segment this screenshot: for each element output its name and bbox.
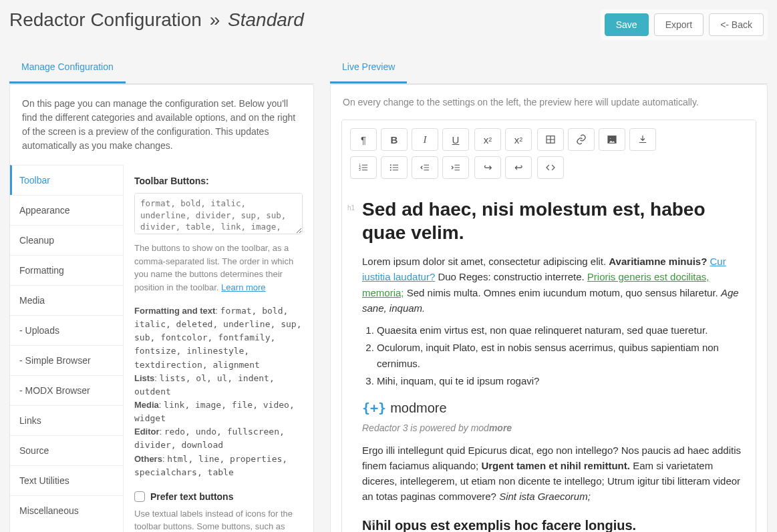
editor-content[interactable]: h1 Sed ad haec, nisi molestum est, habeo…: [342, 187, 756, 532]
toolbar-buttons-heading: Toolbar Buttons:: [134, 176, 303, 186]
left-tabs: Manage Configuration: [9, 52, 314, 84]
tab-live-preview[interactable]: Live Preview: [330, 52, 407, 83]
format-button[interactable]: ¶: [350, 128, 377, 151]
outdent-icon: [419, 162, 431, 174]
svg-point-13: [390, 170, 392, 171]
group-lists-items: lists, ol, ul, indent, outdent: [134, 373, 275, 396]
ol-icon: 123: [357, 162, 369, 174]
list-item: Oculorum, inquit Plato, est in nobis sen…: [377, 340, 742, 371]
right-tabs: Live Preview: [330, 52, 768, 84]
content-paragraph-2: Ergo illi intellegunt quid Epicurus dica…: [362, 443, 742, 505]
title-prefix: Redactor Configuration: [9, 9, 202, 30]
checkbox-icon: [134, 491, 145, 502]
editor: ¶ B I U x2 x2: [341, 119, 756, 532]
preview-description: On every change to the settings on the l…: [331, 85, 767, 119]
outdent-button[interactable]: [412, 156, 438, 179]
content-ordered-list: Quaesita enim virtus est, non quae relin…: [377, 322, 742, 388]
indent-icon: [450, 162, 462, 174]
list-item: Quaesita enim virtus est, non quae relin…: [377, 322, 742, 338]
group-editor-label: Editor: [134, 427, 160, 437]
h3-marker: h3: [367, 518, 375, 529]
underline-button[interactable]: U: [442, 128, 469, 151]
sidebar-item-appearance[interactable]: Appearance: [10, 195, 123, 225]
prefer-text-checkbox[interactable]: Prefer text buttons: [134, 491, 303, 502]
subscript-button[interactable]: x2: [505, 128, 532, 151]
toolbar-buttons-help: The buttons to show on the toolbar, as a…: [134, 242, 303, 294]
table-button[interactable]: [537, 128, 564, 151]
html-button[interactable]: [537, 156, 564, 179]
content-heading-1: Sed ad haec, nisi molestum est, habeo qu…: [362, 198, 742, 244]
indent-button[interactable]: [442, 156, 469, 179]
group-formatting-label: Formatting and text: [134, 306, 215, 316]
sidebar-item-miscellaneous[interactable]: Miscellaneous: [10, 495, 123, 525]
left-description: On this page you can manage the configur…: [10, 85, 313, 165]
code-icon: [545, 162, 557, 174]
editor-toolbar: ¶ B I U x2 x2: [342, 120, 756, 187]
save-button[interactable]: Save: [605, 13, 649, 36]
settings-sidebar: Toolbar Appearance Cleanup Formatting Me…: [10, 165, 124, 532]
tab-manage-configuration[interactable]: Manage Configuration: [9, 52, 126, 83]
content-logo: {+} modmore: [362, 398, 742, 419]
group-media-label: Media: [134, 400, 159, 410]
group-lists-label: Lists: [134, 373, 154, 383]
svg-text:3: 3: [359, 168, 361, 172]
image-icon: [606, 134, 618, 146]
sidebar-item-formatting[interactable]: Formatting: [10, 255, 123, 285]
redo-button[interactable]: ↪: [474, 156, 501, 179]
group-others-label: Others: [134, 454, 162, 464]
table-icon: [545, 134, 557, 146]
content-logo-caption: Redactor 3 is powered by modmore: [362, 421, 742, 436]
sidebar-item-cleanup[interactable]: Cleanup: [10, 225, 123, 255]
sidebar-item-media[interactable]: Media: [10, 285, 123, 315]
page-title: Redactor Configuration » Standard: [9, 9, 304, 31]
bold-button[interactable]: B: [381, 128, 408, 151]
svg-point-11: [390, 164, 392, 166]
download-button[interactable]: [629, 128, 656, 151]
image-button[interactable]: [599, 128, 625, 151]
learn-more-link[interactable]: Learn more: [221, 282, 265, 292]
undo-button[interactable]: ↩: [505, 156, 532, 179]
prefer-text-help: Use textual labels instead of icons for …: [134, 507, 303, 532]
ul-icon: [388, 162, 400, 174]
link-icon: [575, 134, 587, 146]
sidebar-item-simple-browser[interactable]: - Simple Browser: [10, 345, 123, 375]
sidebar-item-source[interactable]: Source: [10, 435, 123, 465]
sidebar-item-text-utilities[interactable]: Text Utilities: [10, 465, 123, 495]
action-bar: Save Export <- Back: [601, 9, 768, 40]
title-name: Standard: [228, 9, 304, 30]
content-heading-3: Nihil opus est exemplis hoc facere longi…: [362, 515, 742, 532]
h1-marker: h1: [347, 203, 355, 214]
sidebar-item-links[interactable]: Links: [10, 405, 123, 435]
logo-text: modmore: [390, 398, 446, 419]
export-button[interactable]: Export: [654, 13, 704, 36]
svg-point-12: [390, 167, 392, 168]
download-icon: [637, 134, 649, 146]
link-button[interactable]: [568, 128, 595, 151]
back-button[interactable]: <- Back: [709, 13, 764, 36]
sidebar-item-modx-browser[interactable]: - MODX Browser: [10, 375, 123, 405]
title-sep: »: [210, 9, 220, 30]
prefer-text-label: Prefer text buttons: [150, 491, 233, 502]
superscript-button[interactable]: x2: [474, 128, 501, 151]
sidebar-item-toolbar[interactable]: Toolbar: [10, 165, 123, 195]
italic-button[interactable]: I: [412, 128, 438, 151]
unordered-list-button[interactable]: [381, 156, 408, 179]
list-item: Mihi, inquam, qui te id ipsum rogavi?: [377, 373, 742, 388]
svg-point-4: [610, 138, 611, 139]
toolbar-buttons-input[interactable]: format, bold, italic, underline, divider…: [134, 193, 303, 234]
logo-brackets-icon: {+}: [362, 398, 386, 419]
ordered-list-button[interactable]: 123: [350, 156, 377, 179]
sidebar-item-uploads[interactable]: - Uploads: [10, 315, 123, 345]
content-paragraph-1: Lorem ipsum dolor sit amet, consectetur …: [362, 254, 742, 316]
